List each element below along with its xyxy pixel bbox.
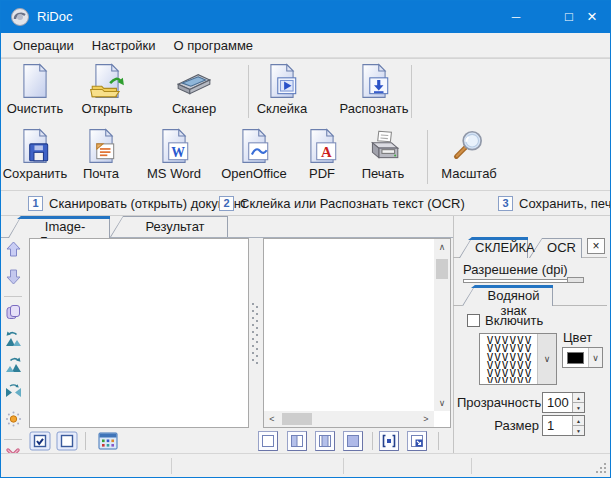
size-value: 1 <box>547 418 554 433</box>
panel-border <box>553 305 607 306</box>
step-1-label: Сканировать (открыть) документ <box>49 196 247 211</box>
thumbnails-view-button[interactable] <box>97 431 119 451</box>
rotate-right-button[interactable] <box>4 356 23 375</box>
scroll-left-arrow[interactable]: < <box>264 411 280 427</box>
resolution-label: Разрешение (dpi) <box>463 262 568 277</box>
print-button[interactable]: Печать <box>352 127 414 185</box>
hscroll-thumb[interactable] <box>282 413 312 425</box>
size-spinner[interactable]: 1 ▲ ▼ <box>542 415 585 436</box>
toolbar-separator <box>248 65 249 118</box>
fit-image-button[interactable] <box>407 431 427 451</box>
msword-button[interactable]: W MS Word <box>142 127 206 185</box>
watermark-pattern-preview: VVVVVV VVVVVV VVVVVV VVVVVV VVVVVV VVVVV… <box>482 335 537 383</box>
resolution-combobox[interactable] <box>463 279 584 283</box>
recognize-icon <box>355 62 393 100</box>
enable-watermark-label: Включить <box>485 313 543 328</box>
sidebar-separator <box>4 296 22 297</box>
recognize-button[interactable]: Распознать <box>338 62 410 120</box>
toolbar-separator <box>411 65 412 118</box>
panel-close-button[interactable]: × <box>587 238 605 254</box>
fit-selection-button[interactable] <box>379 431 399 451</box>
menu-bar: Операции Настройки О программе <box>1 33 610 58</box>
scroll-up-arrow[interactable]: ∧ <box>434 239 450 255</box>
save-button[interactable]: Сохранить <box>4 127 66 185</box>
opacity-spin-down[interactable]: ▼ <box>572 403 584 412</box>
openoffice-button[interactable]: OpenOffice <box>214 127 294 185</box>
tab-image-gallery[interactable]: Image-Галерея <box>8 216 110 238</box>
window-title: RiDoc <box>37 9 72 24</box>
size-spin-down[interactable]: ▼ <box>572 426 584 435</box>
status-divider <box>171 458 172 474</box>
tab-stitch-panel-label: СКЛЕЙКА <box>475 240 524 255</box>
panel-border <box>582 257 607 258</box>
mail-button[interactable]: Почта <box>74 127 128 185</box>
status-divider <box>343 458 344 474</box>
menu-about[interactable]: О программе <box>165 38 263 53</box>
vscroll-thumb[interactable] <box>436 259 448 279</box>
svg-text:W: W <box>171 145 185 160</box>
tab-result-label: Результат <box>126 219 224 234</box>
color-dropdown-arrow[interactable]: ∨ <box>588 348 602 367</box>
bottom-separator <box>85 432 86 450</box>
status-divider <box>471 458 472 474</box>
zoom-mode-fit-page-button[interactable] <box>343 431 363 451</box>
output-toolbar: Сохранить Почта W MS Word <box>1 124 610 191</box>
pdf-button[interactable]: A PDF <box>300 127 344 185</box>
pattern-dropdown-arrow[interactable]: ∨ <box>537 334 556 384</box>
save-icon <box>16 127 54 165</box>
enable-watermark-checkbox[interactable] <box>467 314 480 327</box>
panel-divider <box>453 216 454 453</box>
zoom-mode-fit-height-button[interactable] <box>315 431 335 451</box>
zoom-mode-normal-button[interactable] <box>258 431 278 451</box>
watermark-pattern-dropdown[interactable]: VVVVVV VVVVVV VVVVVV VVVVVV VVVVVV VVVVV… <box>479 333 557 385</box>
zoom-mode-fit-width-button[interactable] <box>287 431 307 451</box>
svg-text:A: A <box>321 144 332 160</box>
minimize-button[interactable]: ─ <box>499 1 533 32</box>
clear-button[interactable]: Очистить <box>5 62 65 120</box>
flip-image-button[interactable] <box>4 383 23 402</box>
tab-result[interactable]: Результат <box>110 216 228 237</box>
tab-stitch-panel[interactable]: СКЛЕЙКА <box>459 237 528 258</box>
scroll-right-arrow[interactable]: > <box>418 411 434 427</box>
rotate-left-button[interactable] <box>4 330 23 349</box>
move-down-button[interactable] <box>4 267 23 286</box>
preview-vscrollbar[interactable]: ∧ ∨ <box>434 239 450 411</box>
bottom-separator <box>438 432 439 450</box>
move-up-button[interactable] <box>4 240 23 259</box>
opacity-spinner[interactable]: 100 ▲ ▼ <box>542 392 585 413</box>
scanner-icon <box>175 62 213 100</box>
resolution-combobox-button[interactable] <box>567 277 584 283</box>
tab-watermark[interactable]: Водяной знак <box>462 285 553 306</box>
zoom-button[interactable]: Масштаб <box>438 127 500 185</box>
menu-settings[interactable]: Настройки <box>83 38 165 53</box>
openoffice-icon <box>235 127 273 165</box>
clear-document-icon <box>16 62 54 100</box>
open-button[interactable]: Открыть <box>77 62 137 120</box>
image-gallery-area[interactable] <box>29 238 249 428</box>
step-3: 3 Сохранить, печать <box>498 191 611 215</box>
zoom-magnifier-icon <box>450 127 488 165</box>
ridoc-window: RiDoc ─ □ × Операции Настройки О програм… <box>0 0 611 478</box>
opacity-spin-up[interactable]: ▲ <box>572 393 584 403</box>
splitter-handle[interactable] <box>251 301 259 367</box>
scroll-down-arrow[interactable]: ∨ <box>434 395 450 411</box>
msword-icon: W <box>155 127 193 165</box>
scanner-button[interactable]: Сканер <box>161 62 227 120</box>
color-dropdown[interactable]: ∨ <box>562 347 603 368</box>
select-all-button[interactable] <box>29 431 51 451</box>
menu-operations[interactable]: Операции <box>4 38 83 53</box>
copy-image-button[interactable] <box>4 303 23 322</box>
size-spin-up[interactable]: ▲ <box>572 416 584 426</box>
brightness-button[interactable] <box>4 409 23 428</box>
opacity-value: 100 <box>547 395 569 410</box>
open-document-icon <box>88 62 126 100</box>
stitch-button[interactable]: Склейка <box>253 62 311 120</box>
steps-bar: 1 Сканировать (открыть) документ 2 Склей… <box>1 191 610 216</box>
toolbar-separator <box>427 130 428 184</box>
tab-ocr[interactable]: OCR <box>529 238 582 258</box>
preview-hscrollbar[interactable]: < > <box>264 411 434 427</box>
resize-grip[interactable] <box>596 463 607 474</box>
deselect-all-button[interactable] <box>56 431 78 451</box>
tab-ocr-label: OCR <box>545 240 578 255</box>
close-button[interactable]: × <box>573 1 611 32</box>
